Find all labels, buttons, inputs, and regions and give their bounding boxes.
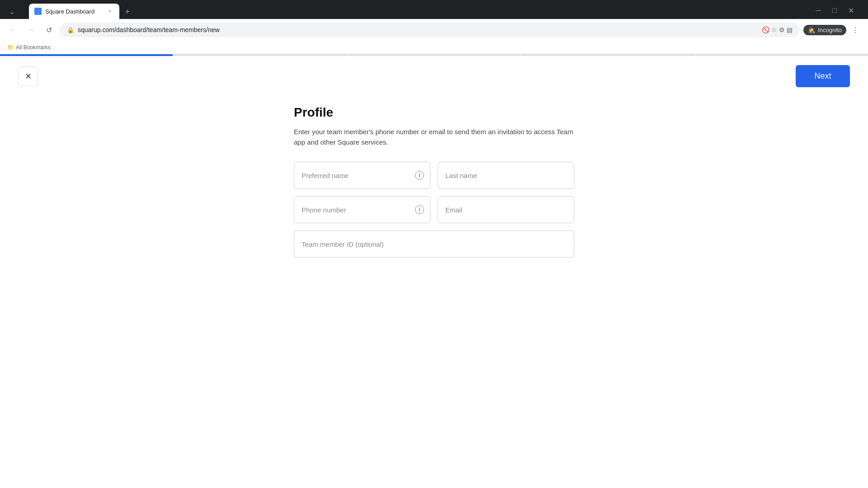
progress-step-1	[0, 54, 173, 56]
contact-row: i	[294, 196, 574, 223]
tab-label: Square Dashboard	[45, 8, 102, 15]
team-id-row	[294, 230, 574, 258]
progress-step-3	[348, 54, 520, 56]
close-icon: ✕	[25, 71, 32, 81]
minimize-button[interactable]: ─	[812, 4, 825, 17]
star-icon[interactable]: ☆	[771, 26, 777, 33]
address-text: squarup.com/dashboard/team/team-members/…	[78, 26, 758, 33]
more-options-button[interactable]: ⋮	[848, 23, 863, 37]
progress-step-2	[174, 54, 346, 56]
incognito-badge[interactable]: 🕵 Incognito	[803, 25, 846, 35]
team-member-id-field	[294, 230, 574, 258]
action-row: ✕ Next	[0, 56, 868, 96]
preferred-name-field: i	[294, 162, 430, 189]
browser-title-bar: ⌄ Square Dashboard × + ─ □ ✕	[0, 0, 868, 19]
last-name-input[interactable]	[438, 162, 574, 189]
sidebar-icon[interactable]: ▤	[787, 26, 793, 33]
address-bar-icons: 🚫 ☆ ⚙ ▤	[762, 26, 793, 33]
next-button[interactable]: Next	[796, 65, 850, 87]
forward-button[interactable]: →	[24, 23, 38, 37]
progress-steps	[0, 54, 868, 56]
address-bar[interactable]: 🔒 squarup.com/dashboard/team/team-member…	[60, 23, 800, 37]
form-container: Profile Enter your team member's phone n…	[285, 105, 583, 258]
phone-info-icon: i	[415, 205, 424, 214]
progress-step-5	[695, 54, 868, 56]
preferred-name-info-icon: i	[415, 171, 424, 180]
nav-controls: ⌄	[5, 5, 20, 18]
maximize-button[interactable]: □	[828, 4, 841, 17]
lock-icon: 🔒	[67, 27, 74, 33]
tab-favicon	[34, 8, 42, 15]
tab-close-button[interactable]: ×	[106, 7, 114, 15]
preferred-name-input[interactable]	[294, 162, 430, 189]
back-button[interactable]: ←	[5, 23, 20, 37]
phone-number-field: i	[294, 196, 430, 223]
reload-button[interactable]: ↺	[42, 23, 56, 37]
page-description: Enter your team member's phone number or…	[294, 127, 574, 147]
page-title: Profile	[294, 105, 574, 120]
extensions-icon[interactable]: ⚙	[779, 26, 785, 33]
address-bar-row: ← → ↺ 🔒 squarup.com/dashboard/team/team-…	[0, 19, 868, 41]
progress-step-4	[521, 54, 694, 56]
email-field	[438, 196, 574, 223]
bookmarks-label[interactable]: All Bookmarks	[16, 44, 51, 51]
close-button[interactable]: ✕	[18, 66, 38, 86]
tab-strip: Square Dashboard × +	[24, 4, 139, 19]
incognito-label: Incognito	[818, 27, 842, 33]
name-row: i	[294, 162, 574, 189]
new-tab-button[interactable]: +	[121, 5, 134, 18]
tab-list-button[interactable]: ⌄	[5, 5, 18, 18]
browser-chrome: ⌄ Square Dashboard × + ─ □ ✕ ← → ↺ 🔒 squ…	[0, 0, 868, 54]
page-content: ✕ Next Profile Enter your team member's …	[0, 56, 868, 470]
bookmarks-bar: 📁 All Bookmarks	[0, 41, 868, 54]
incognito-icon: 🕵	[808, 27, 815, 33]
last-name-field	[438, 162, 574, 189]
bookmarks-folder-icon: 📁	[7, 44, 14, 51]
close-window-button[interactable]: ✕	[844, 4, 857, 17]
team-member-id-input[interactable]	[294, 230, 574, 258]
email-input[interactable]	[438, 196, 574, 223]
active-tab[interactable]: Square Dashboard ×	[29, 4, 119, 19]
eye-slash-icon: 🚫	[762, 26, 769, 33]
toolbar-right: 🕵 Incognito ⋮	[803, 23, 863, 37]
phone-number-input[interactable]	[294, 196, 430, 223]
